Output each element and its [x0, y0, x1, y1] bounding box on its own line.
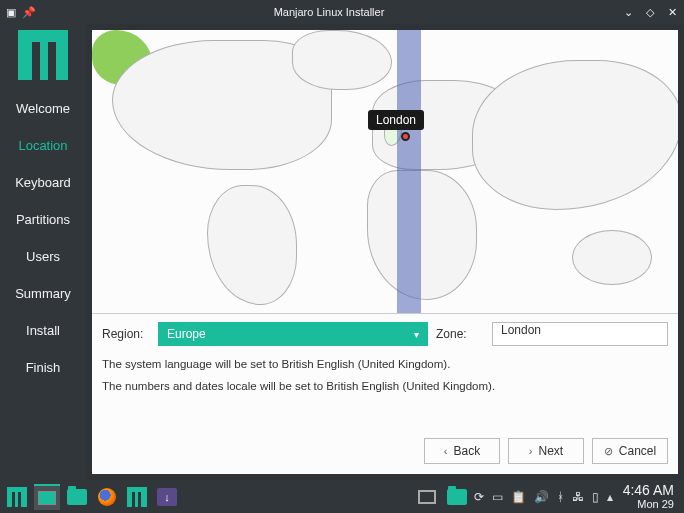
chevron-down-icon: ▾	[414, 329, 419, 340]
minimize-icon[interactable]: ⌄	[622, 6, 634, 18]
step-users[interactable]: Users	[0, 238, 86, 275]
close-icon[interactable]: ✕	[666, 6, 678, 18]
tray-volume-icon[interactable]: 🔊	[534, 490, 549, 504]
taskbar-clock[interactable]: 4:46 AM Mon 29	[617, 482, 680, 512]
start-menu-icon[interactable]	[4, 484, 30, 510]
step-location[interactable]: Location	[0, 127, 86, 164]
back-label: Back	[453, 444, 480, 458]
step-partitions[interactable]: Partitions	[0, 201, 86, 238]
next-label: Next	[538, 444, 563, 458]
task-files-icon[interactable]	[64, 484, 90, 510]
next-button[interactable]: › Next	[508, 438, 584, 464]
taskbar: ↓ ⟳ ▭ 📋 🔊 ᚼ 🖧 ▯ ▴ 4:46 AM Mon 29	[0, 480, 684, 513]
chevron-left-icon: ‹	[444, 445, 448, 457]
landmass	[367, 170, 477, 300]
step-welcome[interactable]: Welcome	[0, 90, 86, 127]
locale-info: The numbers and dates locale will be set…	[92, 376, 678, 398]
zone-select[interactable]: London	[492, 322, 668, 346]
tray-update-icon[interactable]: ⟳	[474, 490, 484, 504]
tray-display-icon[interactable]: ▭	[492, 490, 503, 504]
landmass	[292, 30, 392, 90]
step-finish[interactable]: Finish	[0, 349, 86, 386]
tray-network-icon[interactable]: 🖧	[572, 490, 584, 504]
window-titlebar: ▣ 📌 Manjaro Linux Installer ⌄ ◇ ✕	[0, 0, 684, 24]
language-info: The system language will be set to Briti…	[92, 354, 678, 376]
installer-sidebar: Welcome Location Keyboard Partitions Use…	[0, 24, 86, 480]
back-button[interactable]: ‹ Back	[424, 438, 500, 464]
clock-date: Mon 29	[623, 498, 674, 511]
manjaro-logo	[18, 30, 68, 80]
chevron-right-icon: ›	[529, 445, 533, 457]
landmass	[207, 185, 297, 305]
region-value: Europe	[167, 327, 206, 341]
region-label: Region:	[102, 327, 150, 341]
window-title: Manjaro Linux Installer	[36, 6, 622, 18]
landmass	[472, 60, 678, 210]
task-desktop-icon[interactable]	[34, 484, 60, 510]
task-download-icon[interactable]: ↓	[154, 484, 180, 510]
landmass	[572, 230, 652, 285]
zone-label: Zone:	[436, 327, 484, 341]
region-select[interactable]: Europe ▾	[158, 322, 428, 346]
zone-value: London	[501, 323, 541, 337]
city-tooltip: London	[368, 110, 424, 130]
maximize-icon[interactable]: ◇	[644, 6, 656, 18]
app-icon: ▣	[6, 6, 16, 19]
timezone-map[interactable]: London	[92, 30, 678, 314]
location-panel: London Region: Europe ▾ Zone: London The…	[92, 30, 678, 474]
tray-folder-icon[interactable]	[444, 484, 470, 510]
city-marker-icon	[401, 132, 410, 141]
cancel-icon: ⊘	[604, 445, 613, 458]
pin-icon[interactable]: 📌	[22, 6, 36, 19]
tray-battery-icon[interactable]: ▯	[592, 490, 599, 504]
tray-chevron-icon[interactable]: ▴	[607, 490, 613, 504]
task-installer-icon[interactable]	[124, 484, 150, 510]
step-install[interactable]: Install	[0, 312, 86, 349]
step-summary[interactable]: Summary	[0, 275, 86, 312]
cancel-button[interactable]: ⊘ Cancel	[592, 438, 668, 464]
tray-bluetooth-icon[interactable]: ᚼ	[557, 490, 564, 504]
tray-clipboard-icon[interactable]: 📋	[511, 490, 526, 504]
clock-time: 4:46 AM	[623, 482, 674, 499]
step-keyboard[interactable]: Keyboard	[0, 164, 86, 201]
cancel-label: Cancel	[619, 444, 656, 458]
tray-workspace-icon[interactable]	[414, 484, 440, 510]
timezone-highlight	[397, 30, 421, 313]
task-firefox-icon[interactable]	[94, 484, 120, 510]
